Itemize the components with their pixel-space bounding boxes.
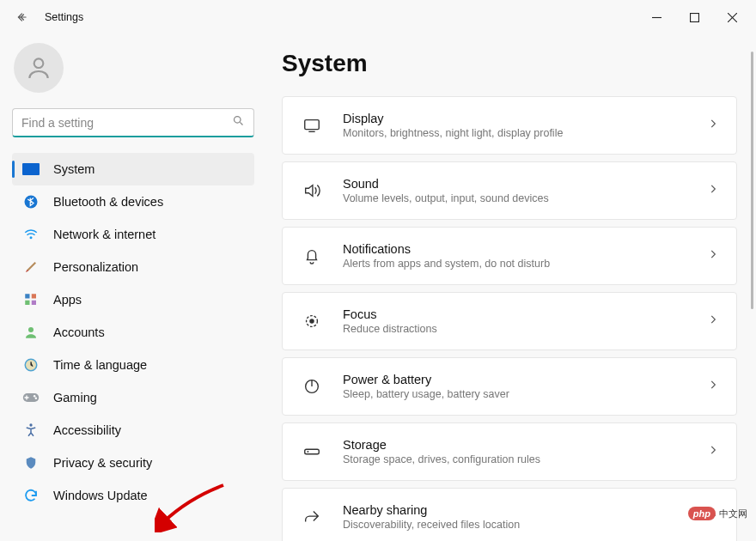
sidebar-item-label: Windows Update: [53, 489, 148, 502]
sidebar-item-label: Personalization: [53, 260, 138, 274]
sidebar-item-label: Network & internet: [53, 228, 155, 241]
watermark: php 中文网: [688, 507, 747, 520]
avatar[interactable]: [14, 43, 64, 93]
settings-card-storage[interactable]: Storage Storage space, drives, configura…: [282, 422, 737, 481]
minimize-button[interactable]: [637, 3, 675, 31]
sidebar-item-system[interactable]: System: [12, 153, 254, 185]
accessibility-icon: [22, 422, 40, 439]
card-title: Notifications: [343, 242, 707, 256]
search-input[interactable]: [21, 116, 226, 130]
bell-icon: [300, 246, 324, 265]
bluetooth-icon: [22, 193, 40, 210]
back-button[interactable]: [10, 5, 34, 29]
settings-card-notifications[interactable]: Notifications Alerts from apps and syste…: [282, 227, 737, 285]
apps-icon: [22, 291, 40, 308]
svg-point-20: [35, 398, 38, 400]
chevron-right-icon: [707, 313, 719, 329]
person-icon: [25, 54, 52, 82]
scrollbar[interactable]: [751, 52, 754, 464]
arrow-left-icon: [16, 11, 28, 23]
card-subtitle: Sleep, battery usage, battery saver: [343, 388, 707, 400]
clock-icon: [22, 356, 40, 374]
svg-line-7: [240, 122, 242, 125]
watermark-text: 中文网: [719, 508, 747, 520]
sidebar-item-label: Privacy & security: [53, 456, 152, 470]
settings-card-display[interactable]: Display Monitors, brightness, night ligh…: [282, 96, 737, 155]
sound-icon: [300, 181, 324, 200]
card-subtitle: Volume levels, output, input, sound devi…: [343, 192, 707, 204]
sidebar-item-time-language[interactable]: Time & language: [12, 349, 254, 381]
card-subtitle: Storage space, drives, configuration rul…: [343, 453, 707, 465]
svg-rect-13: [32, 294, 36, 298]
svg-point-21: [29, 423, 32, 426]
sidebar-item-apps[interactable]: Apps: [12, 283, 254, 316]
svg-point-5: [34, 58, 44, 68]
person-icon: [22, 324, 40, 341]
card-subtitle: Discoverability, received files location: [343, 519, 707, 531]
card-title: Sound: [343, 177, 707, 191]
page-title: System: [282, 50, 737, 77]
svg-point-6: [235, 117, 241, 124]
update-icon: [22, 487, 40, 504]
svg-point-29: [308, 451, 309, 453]
search-icon: [232, 114, 245, 131]
window-controls: [637, 3, 751, 31]
sidebar-item-privacy-security[interactable]: Privacy & security: [12, 447, 254, 479]
sidebar-item-accounts[interactable]: Accounts: [12, 316, 254, 349]
card-title: Nearby sharing: [343, 503, 707, 517]
sidebar-item-bluetooth-devices[interactable]: Bluetooth & devices: [12, 185, 254, 218]
chevron-right-icon: [707, 118, 719, 133]
settings-card-focus[interactable]: Focus Reduce distractions: [282, 292, 737, 350]
share-icon: [300, 508, 324, 526]
maximize-button[interactable]: [675, 3, 713, 31]
search-input-wrap[interactable]: [12, 108, 254, 137]
watermark-badge: php: [688, 507, 716, 520]
svg-rect-22: [305, 120, 320, 130]
svg-rect-12: [25, 294, 29, 298]
settings-card-nearby-sharing[interactable]: Nearby sharing Discoverability, received…: [282, 488, 737, 541]
svg-rect-2: [690, 13, 698, 21]
settings-card-sound[interactable]: Sound Volume levels, output, input, soun…: [282, 161, 737, 220]
storage-icon: [300, 442, 324, 461]
card-title: Display: [343, 112, 707, 125]
sidebar-item-windows-update[interactable]: Windows Update: [12, 479, 254, 512]
sidebar-item-gaming[interactable]: Gaming: [12, 381, 254, 414]
scrollbar-thumb[interactable]: [751, 52, 753, 309]
card-subtitle: Reduce distractions: [343, 323, 707, 335]
card-title: Focus: [343, 307, 707, 321]
sidebar-item-label: Accessibility: [53, 423, 121, 437]
display-icon: [300, 116, 324, 135]
chevron-right-icon: [707, 183, 719, 198]
shield-icon: [22, 454, 40, 471]
sidebar-item-label: Accounts: [53, 325, 105, 339]
titlebar: Settings: [0, 0, 756, 34]
sidebar-item-personalization[interactable]: Personalization: [12, 251, 254, 283]
minimize-icon: [652, 13, 662, 22]
settings-card-power-battery[interactable]: Power & battery Sleep, battery usage, ba…: [282, 357, 737, 416]
sidebar-item-label: Apps: [53, 293, 82, 307]
sidebar-item-label: System: [53, 162, 94, 176]
sidebar-item-network-internet[interactable]: Network & internet: [12, 218, 254, 251]
sidebar-item-label: Bluetooth & devices: [53, 195, 163, 209]
focus-icon: [300, 312, 324, 331]
svg-rect-15: [32, 301, 36, 305]
sidebar-item-label: Time & language: [53, 358, 147, 372]
close-icon: [728, 13, 737, 22]
card-subtitle: Alerts from apps and system, do not dist…: [343, 258, 707, 270]
main-content: System Display Monitors, brightness, nig…: [266, 34, 756, 541]
maximize-icon: [690, 13, 699, 22]
close-button[interactable]: [713, 3, 751, 31]
wifi-icon: [22, 226, 40, 243]
svg-rect-28: [305, 449, 320, 454]
sidebar-item-accessibility[interactable]: Accessibility: [12, 414, 254, 447]
power-icon: [300, 377, 324, 396]
system-icon: [22, 161, 40, 178]
chevron-right-icon: [707, 248, 719, 264]
sidebar-item-label: Gaming: [53, 391, 97, 404]
card-title: Storage: [343, 438, 707, 452]
card-title: Power & battery: [343, 373, 707, 386]
app-title: Settings: [45, 11, 83, 23]
svg-point-16: [28, 327, 34, 332]
card-subtitle: Monitors, brightness, night light, displ…: [343, 127, 707, 139]
sidebar: SystemBluetooth & devicesNetwork & inter…: [0, 34, 266, 541]
